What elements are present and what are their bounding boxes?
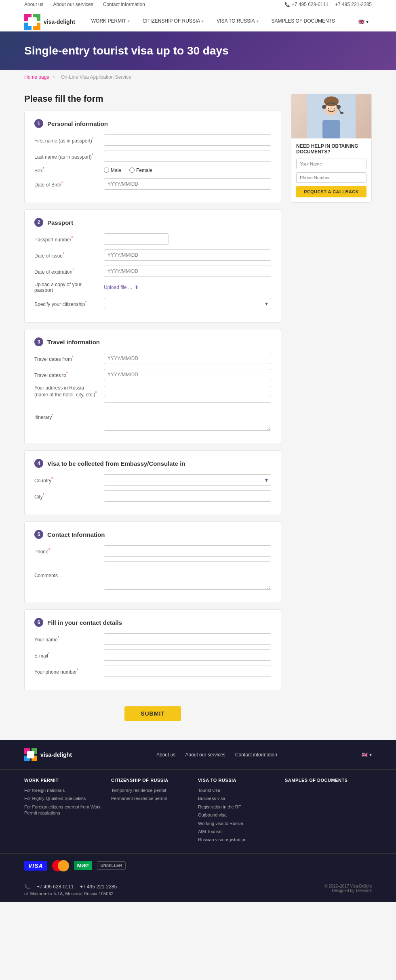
form-container: Please fill the form 1 Personal informat… (24, 94, 281, 731)
footer-col-citizenship: CITIZENSHIP OF RUSSIA Temporary residenc… (111, 778, 198, 845)
your-phone-row: Your phone number* (34, 666, 271, 677)
itinerary-textarea[interactable] (104, 402, 271, 431)
footer-logo-graphic (24, 748, 37, 761)
phone-input[interactable] (104, 545, 271, 557)
email-label: E-mail* (34, 652, 99, 659)
sidebar-name-input[interactable] (296, 159, 367, 169)
agent-image (291, 94, 371, 138)
footer-link-aim-tourism[interactable]: AIM Tourism (198, 829, 277, 835)
footer-link-registration-rf[interactable]: Registration in the RF (198, 804, 277, 810)
nav-work-permit[interactable]: WORK PERMIT ▾ (85, 13, 136, 31)
footer-col-samples: SAMPLES OF DOCUMENTS (285, 778, 372, 845)
first-name-input[interactable] (104, 134, 271, 146)
section-travel: 3 Travel information Travel dates from* … (24, 329, 281, 444)
your-name-input[interactable] (104, 633, 271, 645)
section-6-header: 6 Fill in your contact details (34, 618, 271, 627)
footer-col-work-permit-title: WORK PERMIT (24, 778, 103, 783)
svg-point-3 (322, 105, 326, 109)
nav-citizenship[interactable]: CITIZENSHIP OF RUSSIA ▾ (136, 13, 210, 31)
footer-link-russian-visa-reg[interactable]: Russian visa registration (198, 837, 277, 843)
footer-lang[interactable]: 🇬🇧 ▾ (362, 752, 372, 758)
country-select[interactable] (104, 474, 271, 486)
dob-row: Date of Birth* (34, 178, 271, 190)
top-nav-services[interactable]: About our services (53, 2, 93, 7)
upload-arrow-icon: ⬆ (135, 285, 139, 290)
passport-num-input[interactable] (104, 233, 169, 245)
footer-link-outbound-visa[interactable]: Outbound visa (198, 812, 277, 818)
callback-button[interactable]: REQUEST A CALLBACK (296, 186, 367, 197)
email-row: E-mail* (34, 649, 271, 661)
comments-textarea[interactable] (104, 561, 271, 590)
city-input[interactable] (104, 490, 271, 502)
your-name-label: Your name* (34, 636, 99, 643)
footer-link-working-visa[interactable]: Working visa to Russia (198, 821, 277, 827)
sex-row: Sex* Male Female (34, 167, 271, 174)
nav-samples[interactable]: SAMPLES OF DOCUMENTS (265, 13, 341, 31)
itinerary-label: Itinerary* (34, 413, 99, 420)
footer-link-business-visa[interactable]: Business visa (198, 796, 277, 802)
sex-female-radio[interactable] (129, 168, 135, 173)
footer-phone-icon: 📞 (24, 884, 30, 890)
breadcrumb-sep: › (53, 74, 56, 80)
breadcrumb: Home page › On-Line Visa Application Ser… (0, 70, 396, 84)
dob-label: Date of Birth* (34, 181, 99, 188)
passport-upload-btn[interactable]: Upload file ... ⬆ (104, 285, 139, 290)
city-label: City* (34, 493, 99, 500)
footer-link-highly-qualified[interactable]: For Highly Qualified Specialists (24, 796, 103, 802)
sidebar: NEED HELP IN OBTAINING DOCUMENTS? REQUES… (291, 94, 372, 731)
country-dropdown-wrap: ▾ (104, 474, 271, 486)
breadcrumb-home[interactable]: Home page (24, 74, 49, 80)
svg-point-10 (328, 108, 329, 109)
footer-link-perm-residence[interactable]: Permanent residence permit (111, 796, 190, 802)
footer-link-exempt[interactable]: For Foreign citizens exempt from Work Pe… (24, 804, 103, 817)
travel-from-input[interactable] (104, 353, 271, 364)
dob-input[interactable] (104, 178, 271, 190)
section-4-header: 4 Visa to be collected from Embassy/Cons… (34, 459, 271, 468)
city-row: City* (34, 490, 271, 502)
travel-to-input[interactable] (104, 369, 271, 380)
last-name-input[interactable] (104, 151, 271, 162)
passport-upload-label: Upload a copy of your passport (34, 282, 99, 293)
passport-expiry-input[interactable] (104, 266, 271, 277)
footer-link-temp-residence[interactable]: Temporary residence permit (111, 787, 190, 794)
top-nav-contact[interactable]: Contact information (103, 2, 145, 7)
sex-male-option[interactable]: Male (104, 168, 121, 173)
footer-copyright: © 2012–2017 Visa-Delight (324, 884, 372, 888)
email-input[interactable] (104, 649, 271, 661)
lang-arrow: ▾ (366, 19, 369, 25)
breadcrumb-current: On-Line Visa Application Service (61, 74, 131, 80)
footer-link-tourist-visa[interactable]: Tourist visa (198, 787, 277, 794)
footer: visa-delight About us About our services… (0, 740, 396, 902)
passport-upload-row: Upload a copy of your passport Upload fi… (34, 282, 271, 293)
svg-point-11 (334, 108, 335, 109)
travel-to-row: Travel dates to* (34, 369, 271, 380)
passport-num-label: Passport number* (34, 236, 99, 243)
submit-button[interactable]: SUBMIT (124, 706, 181, 721)
logo-area[interactable]: visa-delight (24, 14, 75, 30)
main-content: Please fill the form 1 Personal informat… (0, 84, 396, 740)
section-5-number: 5 (34, 530, 43, 539)
nav-visa[interactable]: VISA TO RUSSIA ▾ (210, 13, 265, 31)
footer-nav-services[interactable]: About our services (185, 752, 225, 758)
footer-link-foreign-nationals[interactable]: For foreign nationals (24, 787, 103, 794)
svg-rect-6 (340, 112, 343, 114)
sex-female-option[interactable]: Female (129, 168, 152, 173)
footer-nav-contact[interactable]: Contact information (235, 752, 277, 758)
your-phone-input[interactable] (104, 666, 271, 677)
first-name-row: First name (as in passport)* (34, 134, 271, 146)
citizenship-select[interactable] (104, 298, 271, 309)
passport-issue-input[interactable] (104, 249, 271, 261)
phone-label: Phone* (34, 548, 99, 555)
sidebar-phone-input[interactable] (296, 172, 367, 183)
footer-designed-by: Designed by Telemark (324, 888, 372, 893)
your-phone-label: Your phone number* (34, 668, 99, 675)
sex-male-radio[interactable] (104, 168, 109, 173)
footer-nav-about[interactable]: About us (156, 752, 175, 758)
footer-logo[interactable]: visa-delight (24, 748, 72, 761)
top-nav-about[interactable]: About us (24, 2, 43, 7)
lang-selector[interactable]: 🇬🇧 ▾ (355, 13, 372, 30)
top-nav: About us About our services Contact info… (24, 2, 145, 7)
section-visa-collection: 4 Visa to be collected from Embassy/Cons… (24, 450, 281, 515)
russia-address-input[interactable] (104, 386, 271, 397)
country-row: Country* ▾ (34, 474, 271, 486)
